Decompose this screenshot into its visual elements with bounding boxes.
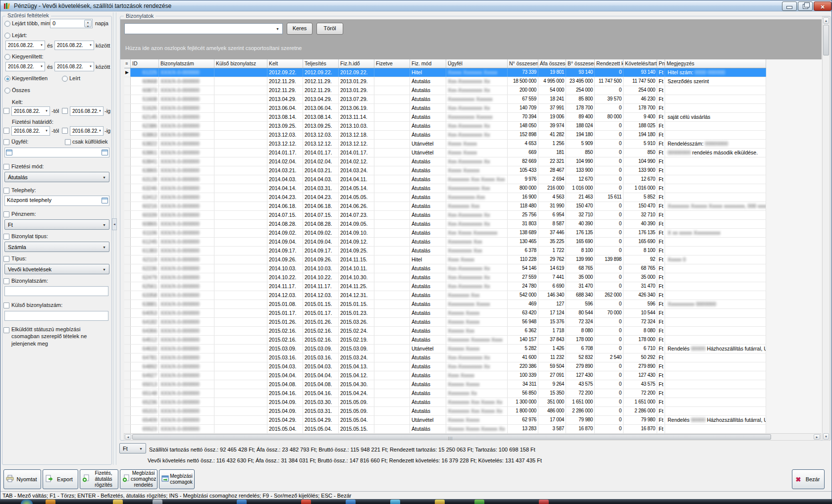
close-button[interactable]: ✕: [814, 1, 832, 11]
sidebar-splitter[interactable]: [113, 12, 116, 465]
taskbar-icon[interactable]: [539, 500, 549, 504]
table-row[interactable]: 60865XXX/X-0-0000002014.08.28.2014.08.28…: [124, 220, 766, 229]
collapse-sidebar-button[interactable]: ◄: [112, 218, 117, 230]
due-to-checkbox[interactable]: [62, 128, 68, 134]
table-row[interactable]: 65148XXX/X-0-0000002015.04.16.2015.04.16…: [124, 389, 766, 398]
radio-expired-more[interactable]: [4, 21, 10, 27]
taskbar-icon[interactable]: [46, 500, 55, 504]
table-row[interactable]: 63841XXX/X-0-0000002014.02.04.2014.02.04…: [124, 157, 766, 166]
column-header-afa-osszesen[interactable]: Áfa összese: [538, 59, 566, 68]
stepper-arrows-icon[interactable]: ▲▼: [84, 20, 92, 27]
radio-written-off[interactable]: [62, 76, 68, 82]
table-row[interactable]: 62145XXX/X-0-0000002013.08.14.2013.08.14…: [124, 113, 766, 122]
table-row[interactable]: 61383XXX/X-0-0000002014.09.17.2014.09.17…: [124, 247, 766, 255]
created-from-date[interactable]: 2016.08.22.: [11, 106, 50, 116]
radio-settled-range[interactable]: [4, 54, 10, 60]
record-payment-button[interactable]: Fizetés, átutalás rögzítés: [80, 469, 118, 489]
currency-select[interactable]: Ft: [4, 219, 109, 230]
doc-number-input[interactable]: [4, 286, 108, 296]
doc-number-checkbox[interactable]: [3, 278, 9, 284]
expired-from-date[interactable]: 2016.08.22.: [5, 41, 45, 50]
doc-type-checkbox[interactable]: [3, 234, 9, 240]
scroll-left-icon[interactable]: ◄: [125, 434, 131, 440]
table-row[interactable]: 60216XXX/X-0-0000002014.06.18.2014.06.18…: [124, 202, 766, 211]
table-row[interactable]: 63881XXX/X-0-0000002015.01.08.2015.01.15…: [124, 300, 766, 309]
table-row[interactable]: 65236XXX/X-0-0000002015.04.09.2015.03.30…: [124, 398, 766, 407]
title-bar[interactable]: Pénzügy - Vevői követelések, szállítói t…: [0, 0, 832, 11]
vertical-scrollbar[interactable]: ▲ ▼: [822, 16, 830, 441]
site-checkbox[interactable]: [3, 188, 9, 194]
maximize-button[interactable]: [798, 1, 813, 11]
horizontal-scroll-thumb[interactable]: |||: [132, 434, 771, 440]
table-row[interactable]: 64633XXX/X-0-0000002015.03.09.2015.03.09…: [124, 345, 766, 353]
table-row[interactable]: 65315XXX/X-0-0000002015.04.09.2015.03.31…: [124, 407, 766, 416]
site-lookup-icon[interactable]: [102, 198, 108, 203]
table-row[interactable]: 51626XXX/X-0-0000002013.06.04.2013.06.04…: [124, 104, 766, 113]
table-row[interactable]: 62236XXX/X-0-0000002014.10.03.2014.10.03…: [124, 264, 766, 273]
table-row[interactable]: 63358XXX/X-0-0000002014.12.03.2014.12.03…: [124, 291, 766, 300]
column-header-megjegyzes[interactable]: Megjegyzés: [665, 59, 766, 68]
table-row[interactable]: 64927XXX/X-0-0000002015.04.04.2015.04.04…: [124, 371, 766, 380]
column-header-row-marker[interactable]: ≡: [124, 59, 131, 68]
column-header-fiz-mod[interactable]: Fiz. mód: [410, 59, 446, 68]
packages-button[interactable]: Megbízási csomagok: [159, 469, 195, 489]
taskbar-icon[interactable]: [435, 500, 445, 504]
doc-type-select[interactable]: Számla: [4, 242, 109, 252]
column-header-penznem[interactable]: Pn.: [657, 59, 665, 68]
table-row[interactable]: 62386XXX/X-0-0000002013.09.25.2013.09.25…: [124, 122, 766, 131]
customer-checkbox[interactable]: [3, 139, 9, 145]
type-checkbox[interactable]: [3, 256, 9, 262]
table-row[interactable]: 60339XXX/X-0-0000002014.07.15.2014.07.15…: [124, 211, 766, 220]
table-row[interactable]: 63128XXX/X-0-0000002014.04.03.2014.04.03…: [124, 175, 766, 184]
table-row[interactable]: 64053XXX/X-0-0000002015.01.17.2015.01.17…: [124, 309, 766, 318]
radio-all[interactable]: [4, 88, 10, 94]
due-to-date[interactable]: 2016.08.22.: [70, 126, 104, 136]
table-row[interactable]: 61245XXX/X-0-0000002014.09.04.2014.09.04…: [124, 238, 766, 247]
column-header-bizonylatszam[interactable]: Bizonylatszám: [159, 59, 214, 68]
customer-input[interactable]: [4, 148, 109, 157]
scroll-down-icon[interactable]: ▼: [823, 433, 829, 440]
table-row[interactable]: 63861XXX/X-0-0000002014.01.17.2014.01.17…: [124, 149, 766, 157]
table-row[interactable]: 60668XXX/X-0-0000002012.11.29.2012.11.29…: [124, 77, 766, 86]
column-header-kelt[interactable]: Kelt: [267, 59, 303, 68]
customer-lookup-icon[interactable]: [6, 150, 12, 155]
table-row[interactable]: 61106XXX/X-0-0000002014.09.02.2014.09.02…: [124, 229, 766, 238]
column-header-id[interactable]: ID: [131, 59, 159, 68]
start-orb-icon[interactable]: [21, 500, 33, 504]
minimize-button[interactable]: [782, 1, 797, 11]
due-from-date[interactable]: 2016.08.22.: [11, 126, 50, 136]
table-row[interactable]: 64781XXX/X-0-0000002015.03.16.2015.03.16…: [124, 353, 766, 362]
site-input[interactable]: Központi telephely: [4, 196, 109, 206]
ext-doc-number-input[interactable]: [4, 311, 108, 321]
scroll-up-icon[interactable]: ▲: [823, 17, 829, 24]
currency-checkbox[interactable]: [3, 211, 9, 217]
created-to-date[interactable]: 2016.08.22.: [70, 106, 104, 116]
clear-button[interactable]: Töröl: [316, 23, 343, 35]
taskbar-icon[interactable]: [346, 500, 356, 504]
ext-doc-number-checkbox[interactable]: [3, 302, 9, 308]
created-to-checkbox[interactable]: [62, 108, 68, 114]
hide-sent-checkbox[interactable]: [3, 327, 9, 333]
search-combobox[interactable]: [124, 23, 283, 34]
table-row[interactable]: 65523XXX/X-0-0000002015.05.04.2015.05.04…: [124, 425, 766, 434]
payment-mode-select[interactable]: Átutalás: [4, 172, 109, 182]
table-row[interactable]: 64366XXX/X-0-0000002015.02.16.2015.02.16…: [124, 327, 766, 336]
due-from-checkbox[interactable]: [3, 128, 9, 134]
payment-mode-checkbox[interactable]: [3, 164, 9, 170]
taskbar-icon[interactable]: [113, 500, 123, 504]
table-row[interactable]: 62561XXX/X-0-0000002014.11.17.2014.11.17…: [124, 282, 766, 291]
table-row[interactable]: 63246XXX/X-0-0000002014.04.14.2014.03.31…: [124, 184, 766, 193]
settled-to-date[interactable]: 2016.08.22.: [54, 62, 94, 71]
radio-unsettled[interactable]: [4, 76, 10, 82]
taskbar-icon[interactable]: [153, 500, 162, 504]
column-header-netto-osszesen[interactable]: N° összesen: [508, 59, 538, 68]
table-row[interactable]: 63863XXX/X-0-0000002013.12.03.2013.12.03…: [124, 131, 766, 140]
column-header-teljesites[interactable]: Teljesítés: [303, 59, 339, 68]
table-row[interactable]: ▶61225XXX/X-0-0000002012.09.22.2012.09.2…: [124, 68, 766, 77]
column-header-kulso-bizonylatszam[interactable]: Külső bizonylatsz: [214, 59, 267, 68]
foreign-only-checkbox[interactable]: [65, 139, 71, 145]
column-header-fiz-h-ido[interactable]: Fiz.h.idő: [339, 59, 374, 68]
table-row[interactable]: 62479XXX/X-0-0000002014.10.22.2014.10.22…: [124, 273, 766, 282]
created-from-checkbox[interactable]: [3, 108, 9, 114]
table-row[interactable]: 65013XXX/X-0-0000002015.04.08.2015.04.08…: [124, 380, 766, 389]
